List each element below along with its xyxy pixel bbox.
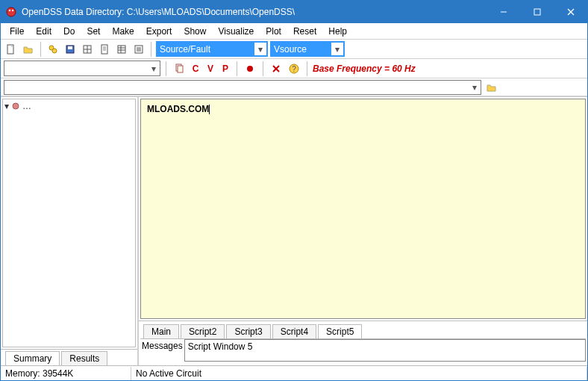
svg-rect-11 (68, 46, 72, 49)
messages-row: Messages Script Window 5 (140, 338, 586, 364)
element-combo-value: Vsource (272, 43, 331, 55)
left-tabs: Summary Results (1, 349, 137, 365)
menu-visualize[interactable]: Visualize (212, 25, 260, 38)
chevron-down-icon: ▾ (254, 44, 266, 55)
text-caret (209, 105, 210, 114)
tree-row[interactable]: ▾ … (4, 101, 134, 111)
svg-point-29 (247, 66, 253, 72)
grid-icon[interactable] (80, 42, 95, 57)
separator (237, 61, 237, 76)
messages-text: Script Window 5 (188, 341, 253, 352)
minimize-button[interactable] (487, 1, 520, 23)
svg-rect-19 (118, 46, 125, 53)
tab-script4[interactable]: Script4 (272, 324, 316, 338)
save-icon[interactable] (63, 42, 78, 57)
base-frequency-label: Base Frequency = 60 Hz (313, 64, 416, 74)
class-combo-value: Source/Fault (157, 43, 254, 55)
tab-main[interactable]: Main (143, 324, 179, 338)
right-pane: MLOADS.COM Main Script2 Script3 Script4 … (139, 97, 587, 365)
svg-point-0 (7, 7, 16, 16)
separator (40, 42, 41, 57)
messages-label: Messages (140, 339, 184, 353)
svg-rect-4 (534, 9, 540, 15)
separator (166, 61, 166, 76)
tab-script5[interactable]: Script5 (318, 324, 362, 338)
report-icon[interactable] (97, 42, 112, 57)
chevron-down-icon: ▾ (469, 82, 481, 93)
menu-file[interactable]: File (4, 25, 30, 38)
menubar: File Edit Do Set Make Export Show Visual… (1, 23, 587, 40)
svg-point-2 (12, 10, 13, 11)
list-icon[interactable] (131, 42, 146, 57)
separator (151, 42, 151, 57)
svg-text:?: ? (292, 65, 296, 73)
svg-point-34 (13, 103, 19, 109)
script-editor[interactable]: MLOADS.COM (141, 99, 585, 318)
v-button[interactable]: V (204, 64, 216, 74)
status-memory: Memory: 39544K (1, 367, 131, 380)
maximize-button[interactable] (520, 1, 554, 23)
menu-show[interactable]: Show (178, 25, 212, 38)
toolbar-secondary: ▾ C V P ? Base Frequency = 60 Hz (1, 59, 587, 78)
tree-row-text: … (22, 101, 31, 111)
run-circuit-icon[interactable] (46, 42, 60, 57)
tab-script2[interactable]: Script2 (181, 324, 225, 338)
tree-view[interactable]: ▾ … (2, 99, 136, 347)
menu-plot[interactable]: Plot (260, 25, 287, 38)
menu-do[interactable]: Do (57, 25, 81, 38)
messages-body[interactable]: Script Window 5 (184, 339, 586, 362)
chevron-down-icon: ▾ (148, 64, 160, 74)
menu-help[interactable]: Help (322, 25, 353, 38)
menu-reset[interactable]: Reset (287, 25, 322, 38)
object-combo[interactable]: ▾ (4, 61, 160, 76)
p-button[interactable]: P (219, 64, 231, 74)
toolbar-history: ▾ (1, 78, 587, 96)
c-button[interactable]: C (190, 64, 201, 74)
tab-summary[interactable]: Summary (5, 351, 60, 365)
statusbar: Memory: 39544K No Active Circuit (1, 365, 587, 380)
window-title: OpenDSS Data Directory: C:\Users\MLOADS\… (22, 7, 487, 17)
menu-set[interactable]: Set (81, 25, 106, 38)
tab-script3[interactable]: Script3 (226, 324, 270, 338)
close-button[interactable] (554, 1, 587, 23)
svg-point-1 (9, 10, 10, 11)
copy-icon[interactable] (172, 61, 187, 76)
editor-frame: MLOADS.COM (140, 99, 586, 319)
status-circuit: No Active Circuit (131, 367, 587, 380)
help-icon[interactable]: ? (287, 61, 301, 76)
browse-folder-icon[interactable] (484, 80, 499, 95)
new-file-icon[interactable] (4, 42, 19, 57)
open-folder-icon[interactable] (21, 42, 36, 57)
menu-make[interactable]: Make (106, 25, 140, 38)
titlebar: OpenDSS Data Directory: C:\Users\MLOADS\… (1, 1, 587, 23)
svg-rect-15 (101, 45, 107, 54)
history-combo[interactable]: ▾ (4, 80, 481, 95)
menu-edit[interactable]: Edit (30, 25, 57, 38)
separator (263, 61, 263, 76)
tab-results[interactable]: Results (61, 351, 107, 365)
left-pane: ▾ … Summary Results (1, 97, 139, 365)
chevron-down-icon: ▾ (331, 44, 343, 55)
separator (307, 61, 307, 76)
tree-node-icon (11, 102, 20, 111)
table-icon[interactable] (114, 42, 129, 57)
menu-export[interactable]: Export (140, 25, 178, 38)
record-icon[interactable] (243, 61, 257, 76)
script-tabs: Main Script2 Script3 Script4 Script5 (139, 320, 587, 338)
toolbar-primary: Source/Fault ▾ Vsource ▾ (1, 40, 587, 59)
cancel-icon[interactable] (269, 61, 284, 76)
element-combo[interactable]: Vsource ▾ (270, 41, 345, 57)
svg-point-9 (52, 49, 57, 53)
svg-rect-28 (178, 66, 183, 72)
editor-text: MLOADS.COM (147, 104, 209, 114)
expand-icon[interactable]: ▾ (4, 101, 9, 111)
class-combo[interactable]: Source/Fault ▾ (156, 41, 268, 57)
app-icon (5, 6, 17, 18)
